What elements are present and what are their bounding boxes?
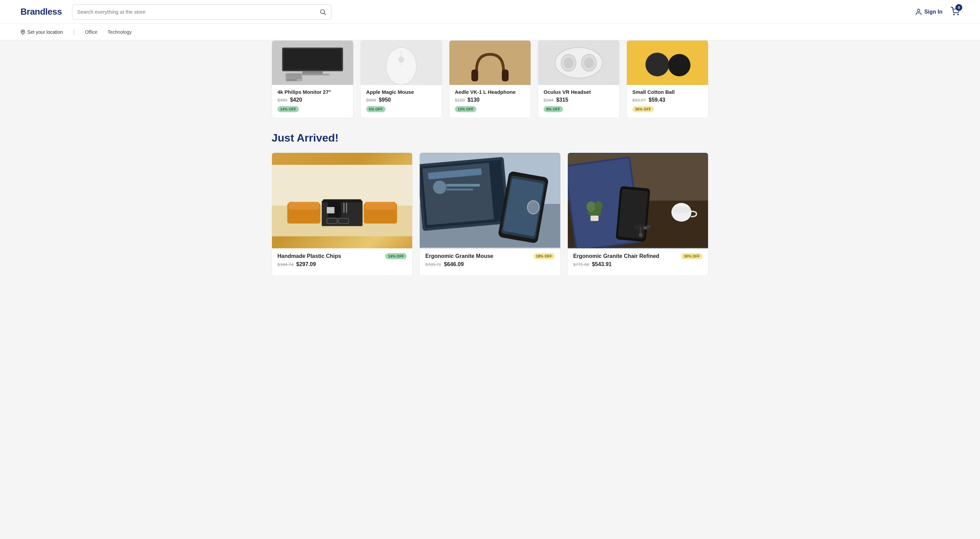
svg-point-4 — [958, 14, 958, 15]
location-button[interactable]: Set your location — [21, 29, 63, 35]
featured-info: Ergonomic Granite Chair Refined $772.08 … — [568, 248, 708, 276]
featured-info: Ergonomic Granite Mouse $785.72 $646.09 … — [420, 248, 560, 276]
just-arrived-title: Just Arrived! — [272, 132, 708, 144]
discount-badge: 5% OFF — [366, 106, 386, 112]
product-name: Apple Magic Mouse — [366, 89, 436, 95]
svg-rect-56 — [447, 189, 473, 191]
svg-rect-9 — [302, 71, 323, 74]
discount-badge: 13% OFF — [455, 106, 476, 112]
location-label: Set your location — [27, 29, 63, 35]
price-row: $772.08 $543.91 — [573, 261, 681, 267]
product-info: Aedle VK-1 L Headphone $150 $130 13% OFF — [449, 85, 531, 118]
svg-point-68 — [672, 207, 690, 213]
nav-divider: | — [73, 28, 75, 35]
discount-badge: 18% OFF — [533, 253, 555, 259]
featured-card[interactable]: Ergonomic Granite Mouse $785.72 $646.09 … — [419, 153, 560, 276]
featured-info: Handmade Plastic Chips $344.74 $297.09 1… — [272, 248, 412, 276]
svg-rect-13 — [286, 75, 302, 76]
svg-point-2 — [917, 9, 920, 11]
sale-price: $543.91 — [592, 261, 612, 267]
product-name: Ergonomic Granite Chair Refined — [573, 253, 681, 259]
header: Brandless Sign In 9 — [0, 0, 980, 24]
product-card[interactable]: 4k Philips Monitor 27" $490 $420 14% OFF — [272, 40, 353, 118]
original-price: $785.72 — [425, 262, 441, 267]
svg-point-28 — [564, 57, 573, 68]
svg-rect-38 — [365, 202, 396, 210]
nav-technology[interactable]: Technology — [108, 29, 132, 35]
nav-office[interactable]: Office — [85, 29, 97, 35]
location-icon — [21, 30, 25, 35]
svg-rect-23 — [502, 70, 509, 81]
top-products-row: 4k Philips Monitor 27" $490 $420 14% OFF — [272, 40, 708, 118]
sale-price: $59.43 — [649, 97, 665, 103]
sale-price: $950 — [379, 97, 391, 103]
sign-in-button[interactable]: Sign In — [915, 8, 942, 16]
sale-price: $420 — [290, 97, 302, 103]
svg-point-60 — [528, 200, 539, 214]
original-price: $490 — [277, 97, 287, 103]
svg-point-31 — [646, 52, 669, 76]
product-info: Oculus VR Headset $344 $315 8% OFF — [538, 85, 619, 118]
original-price: $772.08 — [573, 262, 589, 267]
svg-rect-72 — [590, 216, 598, 221]
svg-point-3 — [954, 14, 955, 15]
svg-point-54 — [433, 180, 447, 194]
svg-rect-21 — [449, 41, 531, 85]
price-row: $785.72 $646.09 — [425, 261, 533, 267]
price-row: $150 $130 — [455, 97, 525, 103]
discount-badge: 14% OFF — [385, 253, 407, 259]
sale-price: $130 — [468, 97, 480, 103]
svg-rect-66 — [617, 189, 648, 239]
search-bar — [72, 5, 331, 19]
product-card[interactable]: Apple Magic Mouse $999 $950 5% OFF — [360, 40, 442, 118]
search-input[interactable] — [77, 9, 320, 15]
product-card[interactable]: Oculus VR Headset $344 $315 8% OFF — [538, 40, 620, 118]
nav-bar: Set your location | Office Technology — [0, 24, 980, 40]
featured-card[interactable]: Ergonomic Granite Chair Refined $772.08 … — [568, 153, 708, 276]
svg-point-75 — [638, 233, 643, 237]
user-icon — [915, 8, 922, 16]
featured-card[interactable]: Handmade Plastic Chips $344.74 $297.09 1… — [272, 153, 412, 276]
discount-badge: 8% OFF — [544, 106, 563, 112]
featured-details: Ergonomic Granite Mouse $785.72 $646.09 — [425, 253, 533, 270]
product-name: Aedle VK-1 L Headphone — [455, 89, 525, 95]
original-price: $344.74 — [277, 262, 293, 267]
logo[interactable]: Brandless — [21, 6, 62, 17]
price-row: $344 $315 — [544, 97, 614, 103]
svg-rect-47 — [327, 207, 334, 213]
original-price: $344 — [544, 97, 554, 103]
svg-rect-14 — [286, 77, 302, 78]
cart-button[interactable]: 9 — [951, 7, 959, 17]
svg-point-32 — [668, 54, 690, 76]
product-card[interactable]: Aedle VK-1 L Headphone $150 $130 13% OFF — [449, 40, 531, 118]
sale-price: $646.09 — [444, 261, 464, 267]
search-icon — [320, 8, 326, 15]
discount-badge: 36% OFF — [632, 106, 654, 112]
product-card[interactable]: Small Cotton Ball $93.07 $59.43 36% OFF — [627, 40, 708, 118]
featured-details: Handmade Plastic Chips $344.74 $297.09 — [277, 253, 385, 270]
svg-rect-55 — [447, 184, 480, 187]
original-price: $999 — [366, 97, 376, 103]
price-row: $999 $950 — [366, 97, 436, 103]
svg-point-71 — [594, 201, 603, 210]
price-row: $490 $420 — [277, 97, 348, 103]
svg-rect-36 — [289, 202, 320, 210]
cart-count-badge: 9 — [955, 4, 962, 11]
svg-point-70 — [587, 201, 596, 212]
product-info: Small Cotton Ball $93.07 $59.43 36% OFF — [627, 85, 708, 118]
product-name: Ergonomic Granite Mouse — [425, 253, 533, 259]
svg-rect-16 — [286, 79, 297, 81]
original-price: $150 — [455, 97, 465, 103]
product-info: Apple Magic Mouse $999 $950 5% OFF — [361, 85, 442, 118]
product-name: Small Cotton Ball — [632, 89, 703, 95]
product-name: Handmade Plastic Chips — [277, 253, 385, 259]
just-arrived-grid: Handmade Plastic Chips $344.74 $297.09 1… — [272, 153, 708, 276]
price-row: $93.07 $59.43 — [632, 97, 703, 103]
original-price: $93.07 — [632, 97, 646, 103]
product-name: 4k Philips Monitor 27" — [277, 89, 348, 95]
svg-point-5 — [22, 31, 24, 32]
product-info: 4k Philips Monitor 27" $490 $420 14% OFF — [272, 85, 353, 118]
header-right: Sign In 9 — [915, 7, 959, 17]
svg-rect-22 — [471, 70, 478, 81]
svg-rect-42 — [343, 203, 344, 213]
